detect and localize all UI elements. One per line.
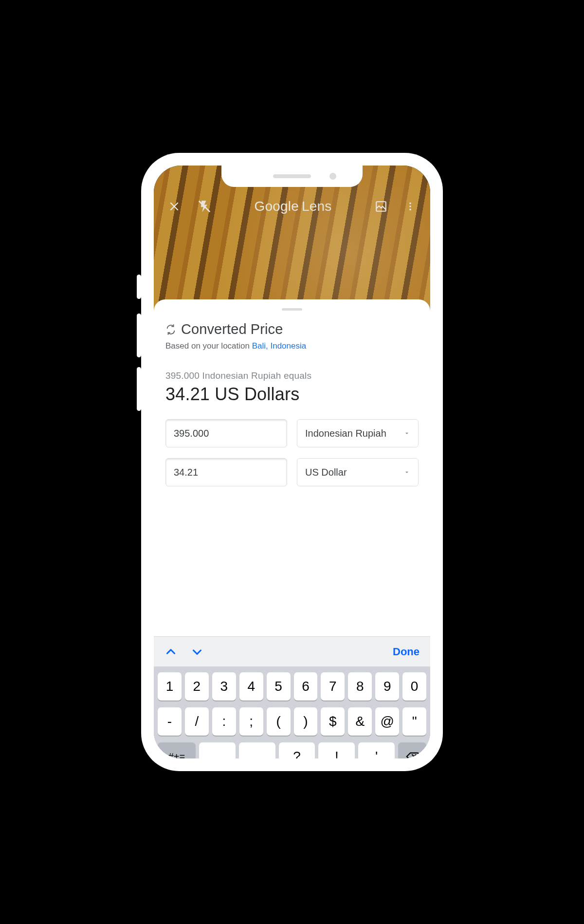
key-slash[interactable]: /: [185, 707, 209, 736]
amount-input-source[interactable]: 395.000: [165, 419, 287, 447]
key-comma[interactable]: ,: [239, 742, 275, 758]
key-at[interactable]: @: [375, 707, 399, 736]
key-semicolon[interactable]: ;: [239, 707, 263, 736]
key-lparen[interactable]: (: [267, 707, 291, 736]
screen: Google Lens Converted Price: [154, 166, 430, 758]
key-9[interactable]: 9: [375, 672, 399, 701]
key-rparen[interactable]: ): [294, 707, 318, 736]
app-title: Google Lens: [254, 199, 331, 214]
flash-off-icon[interactable]: [198, 200, 211, 213]
key-0[interactable]: 0: [402, 672, 426, 701]
key-3[interactable]: 3: [212, 672, 236, 701]
conversion-row: 34.21 US Dollar: [165, 458, 419, 486]
key-7[interactable]: 7: [321, 672, 345, 701]
side-button: [137, 367, 141, 411]
sheet-title: Converted Price: [181, 321, 283, 337]
key-period[interactable]: .: [199, 742, 236, 758]
key-5[interactable]: 5: [267, 672, 291, 701]
phone-frame: Google Lens Converted Price: [141, 153, 443, 771]
keyboard-row: - / : ; ( ) $ & @ ": [158, 707, 426, 736]
currency-select-source[interactable]: Indonesian Rupiah: [297, 419, 419, 447]
key-colon[interactable]: :: [212, 707, 236, 736]
svg-point-6: [409, 209, 411, 211]
location-subline: Based on your location Bali, Indonesia: [165, 341, 419, 351]
keyboard-done-button[interactable]: Done: [393, 646, 420, 658]
amount-value: 395.000: [174, 428, 209, 439]
subline-prefix: Based on your location: [165, 341, 252, 351]
speaker-grille: [273, 174, 311, 178]
brand-main: Google: [254, 199, 299, 214]
close-icon[interactable]: [168, 201, 180, 212]
key-amp[interactable]: &: [348, 707, 372, 736]
svg-point-4: [409, 203, 411, 204]
key-6[interactable]: 6: [294, 672, 318, 701]
key-symbols[interactable]: #+=: [158, 742, 196, 758]
chevron-down-icon: [403, 430, 410, 437]
front-camera: [329, 173, 336, 180]
amount-input-target[interactable]: 34.21: [165, 458, 287, 486]
conversion-row: 395.000 Indonesian Rupiah: [165, 419, 419, 447]
keyboard: 1 2 3 4 5 6 7 8 9 0 - / : ; ( ): [154, 666, 430, 758]
amount-value: 34.21: [174, 467, 198, 478]
brand-sub: Lens: [302, 199, 332, 214]
next-field-icon[interactable]: [191, 646, 203, 658]
key-apostrophe[interactable]: ': [358, 742, 395, 758]
key-dollar[interactable]: $: [321, 707, 345, 736]
key-exclaim[interactable]: !: [318, 742, 355, 758]
prev-field-icon[interactable]: [164, 646, 177, 658]
keyboard-accessory: Done: [154, 636, 430, 666]
notch: [221, 166, 363, 187]
key-quote[interactable]: ": [402, 707, 426, 736]
key-1[interactable]: 1: [158, 672, 182, 701]
key-8[interactable]: 8: [348, 672, 372, 701]
svg-point-5: [409, 205, 411, 207]
more-icon[interactable]: [405, 201, 416, 212]
convert-icon: [165, 324, 176, 335]
key-4[interactable]: 4: [239, 672, 263, 701]
currency-select-target[interactable]: US Dollar: [297, 458, 419, 486]
top-bar: Google Lens: [154, 199, 430, 214]
gallery-icon[interactable]: [375, 200, 387, 213]
key-2[interactable]: 2: [185, 672, 209, 701]
sheet-grabber[interactable]: [282, 308, 302, 311]
side-button: [137, 314, 141, 357]
key-dash[interactable]: -: [158, 707, 182, 736]
conversion-summary-big: 34.21 US Dollars: [165, 384, 419, 405]
chevron-down-icon: [403, 469, 410, 476]
keyboard-row: 1 2 3 4 5 6 7 8 9 0: [158, 672, 426, 701]
location-link[interactable]: Bali, Indonesia: [252, 341, 307, 351]
currency-label: US Dollar: [305, 467, 347, 478]
side-button: [137, 275, 141, 299]
key-question[interactable]: ?: [279, 742, 315, 758]
conversion-summary-small: 395.000 Indonesian Rupiah equals: [165, 370, 419, 381]
key-backspace[interactable]: [398, 742, 426, 758]
bottom-sheet: Converted Price Based on your location B…: [154, 299, 430, 758]
currency-label: Indonesian Rupiah: [305, 428, 386, 439]
keyboard-row: #+= . , ? ! ': [158, 742, 426, 758]
